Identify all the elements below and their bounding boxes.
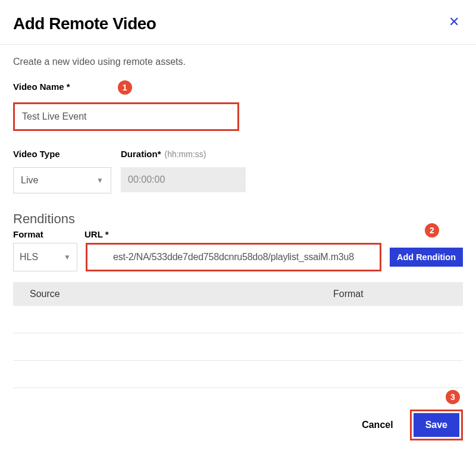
video-type-value: Live: [21, 175, 38, 186]
close-icon[interactable]: ✕: [445, 14, 463, 30]
renditions-table: Source Format: [13, 282, 463, 388]
rendition-url-highlight: [86, 243, 381, 271]
dialog-body: Create a new video using remote assets. …: [0, 45, 476, 388]
annotation-badge-2: 2: [425, 223, 439, 238]
chevron-down-icon: ▼: [64, 253, 71, 261]
save-highlight: 3 Save: [410, 410, 463, 440]
chevron-down-icon: ▼: [96, 176, 104, 185]
annotation-badge-1: 1: [118, 80, 132, 95]
video-name-input[interactable]: [15, 104, 237, 129]
video-name-highlight: [13, 102, 239, 131]
url-column-label: URL * 2: [84, 229, 463, 239]
save-button[interactable]: Save: [414, 413, 459, 437]
annotation-badge-3: 3: [446, 390, 460, 404]
rendition-format-value: HLS: [20, 252, 38, 262]
table-header: Source Format: [13, 282, 463, 306]
format-column-label: Format: [13, 229, 84, 239]
duration-hint: (hh:mm:ss): [165, 149, 206, 159]
video-type-select[interactable]: Live ▼: [13, 167, 111, 193]
renditions-title: Renditions: [13, 211, 463, 227]
table-row: [13, 306, 463, 333]
table-column-source: Source: [30, 289, 333, 299]
dialog-header: Add Remote Video ✕: [0, 0, 476, 45]
add-rendition-button[interactable]: Add Rendition: [390, 248, 463, 267]
video-name-label: Video Name *: [13, 82, 70, 92]
dialog-footer: Cancel 3 Save: [351, 410, 463, 440]
rendition-format-select[interactable]: HLS ▼: [13, 243, 77, 271]
cancel-button[interactable]: Cancel: [351, 412, 403, 438]
dialog-title: Add Remote Video: [13, 14, 156, 33]
table-column-format: Format: [333, 289, 446, 299]
table-row: [13, 333, 463, 361]
duration-label: Duration*: [121, 149, 161, 159]
intro-text: Create a new video using remote assets.: [13, 57, 463, 67]
duration-input[interactable]: [121, 167, 246, 192]
rendition-url-input[interactable]: [87, 245, 380, 270]
table-row: [13, 361, 463, 388]
video-type-label: Video Type: [13, 149, 111, 159]
